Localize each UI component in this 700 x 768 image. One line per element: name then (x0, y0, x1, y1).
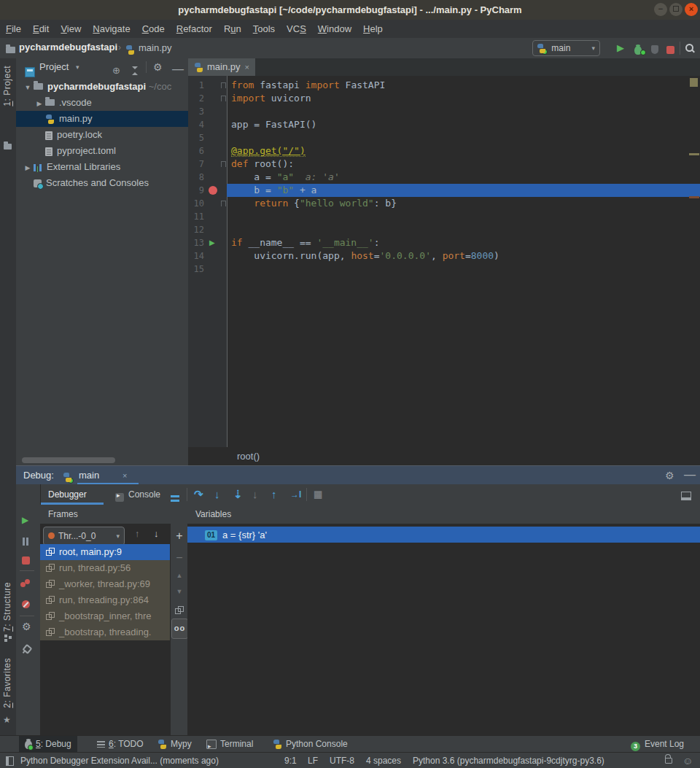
menu-code[interactable]: Code (136, 20, 171, 38)
menu-tools[interactable]: Tools (247, 20, 281, 38)
breakpoint-icon[interactable] (209, 186, 217, 195)
code-line-10[interactable]: 10 return {"hello world": b} (188, 197, 700, 210)
step-over-icon[interactable]: ↷ (194, 487, 203, 502)
code-line-14[interactable]: 14 uvicorn.run(app, host='0.0.0.0', port… (188, 249, 700, 263)
chevron-down-icon[interactable]: ▾ (76, 58, 79, 76)
tree-item-main-py[interactable]: main.py (16, 111, 188, 127)
code-line-7[interactable]: 7def root(): (188, 158, 700, 171)
tree-item-pyproject-toml[interactable]: pyproject.toml (16, 143, 188, 159)
menu-navigate[interactable]: Navigate (87, 20, 136, 38)
menu-refactor[interactable]: Refactor (171, 20, 218, 38)
fold-marker-icon[interactable] (221, 82, 226, 88)
gear-icon[interactable]: ⚙ (665, 470, 674, 481)
duplicate-watch-icon[interactable] (171, 604, 188, 617)
code-line-1[interactable]: 1from fastapi import FastAPI (188, 79, 700, 92)
collapse-all-icon[interactable] (131, 63, 139, 80)
tab-console[interactable]: Console (128, 484, 160, 505)
code-line-13[interactable]: 13▶if __name__ == '__main__': (188, 236, 700, 249)
code-line-4[interactable]: 4app = FastAPI() (188, 118, 700, 131)
stripe-favorites-button[interactable]: 2: Favorites (2, 658, 12, 708)
tree-item-scratches-and-consoles[interactable]: Scratches and Consoles (16, 175, 188, 191)
pause-icon[interactable] (22, 535, 29, 548)
code-area[interactable]: 1from fastapi import FastAPI2import uvic… (188, 76, 700, 448)
tab-debugger[interactable]: Debugger (48, 484, 87, 505)
warning-stripe-mark[interactable] (689, 153, 699, 155)
minimize-window-icon[interactable]: − (654, 3, 667, 16)
lock-icon[interactable] (665, 753, 672, 768)
evaluate-expression-icon[interactable]: ▦ (314, 487, 322, 502)
file-encoding[interactable]: UTF-8 (330, 753, 354, 768)
menu-help[interactable]: Help (357, 20, 389, 38)
coverage-button[interactable] (651, 44, 658, 57)
toolwindow-tab-python-console[interactable]: Python Console (267, 736, 354, 753)
tab-main-py[interactable]: main.py× (188, 58, 255, 76)
hide-panel-icon[interactable]: — (684, 468, 696, 481)
gear-icon[interactable]: ⚙ (153, 62, 163, 72)
stop-button[interactable] (666, 44, 674, 57)
code-line-15[interactable]: 15 (188, 263, 700, 276)
layout-settings-icon[interactable] (681, 490, 691, 503)
thread-select[interactable]: Thr...-0_0 ▾ (43, 527, 125, 546)
show-watches-button[interactable]: oo (171, 618, 188, 639)
toolwindow-tab-terminal[interactable]: Terminal (201, 736, 259, 753)
tree-expand-arrow[interactable]: ▶ (22, 160, 34, 175)
stripe-structure-button[interactable]: 7: Structure (2, 582, 12, 632)
toolwindow-tab-mypy[interactable]: Mypy (152, 736, 198, 753)
status-message[interactable]: Python Debugger Extension Avail... (mome… (20, 753, 219, 768)
debug-button[interactable] (634, 43, 642, 56)
run-arrow-icon[interactable]: ▶ (209, 236, 215, 249)
frame-row[interactable]: _bootstrap, threading. (40, 624, 170, 640)
debug-settings-gear-icon[interactable]: ⚙ (22, 621, 31, 632)
stop-icon[interactable] (22, 554, 30, 567)
variable-row[interactable]: 01a = {str} 'a' (187, 527, 700, 543)
breadcrumb-project[interactable]: pycharmdebugfastapi (19, 42, 117, 53)
code-line-12[interactable]: 12 (188, 223, 700, 236)
view-breakpoints-icon[interactable] (20, 578, 31, 591)
highlighting-level-icon[interactable]: ☺ (682, 753, 693, 768)
code-line-3[interactable]: 3 (188, 105, 700, 118)
breadcrumb-root[interactable]: root() (237, 451, 260, 462)
project-view-select[interactable]: Project (39, 58, 69, 76)
tree-item--vscode[interactable]: ▶.vscode (16, 95, 188, 111)
fold-marker-icon[interactable] (221, 161, 226, 167)
resume-icon[interactable]: ▶ (22, 515, 28, 525)
menu-view[interactable]: View (55, 20, 87, 38)
toolwindow-tab-5-debug[interactable]: 5: Debug (19, 736, 77, 753)
menu-file[interactable]: File (0, 20, 27, 38)
run-configuration-select[interactable]: main ▾ (532, 40, 600, 56)
caret-position[interactable]: 9:1 (284, 753, 297, 768)
code-line-9[interactable]: 9 b = "b" + a (188, 184, 700, 197)
code-line-5[interactable]: 5 (188, 131, 700, 144)
menu-window[interactable]: Window (312, 20, 357, 38)
code-line-2[interactable]: 2import uvicorn (188, 92, 700, 105)
tree-expand-arrow[interactable]: ▶ (34, 96, 45, 111)
close-window-icon[interactable]: × (685, 3, 698, 16)
maximize-window-icon[interactable] (669, 3, 682, 16)
mute-breakpoints-icon[interactable] (22, 598, 30, 611)
frame-row[interactable]: run, threading.py:864 (40, 592, 170, 608)
frame-row[interactable]: _worker, thread.py:69 (40, 576, 170, 592)
fold-marker-icon[interactable] (221, 201, 226, 206)
line-ending[interactable]: LF (308, 753, 318, 768)
toolwindow-tab-6-todo[interactable]: 6: TODO (91, 736, 149, 753)
tree-expand-arrow[interactable]: ▼ (22, 79, 34, 95)
frame-row[interactable]: _bootstrap_inner, thre (40, 608, 170, 624)
event-log-button[interactable]: 3Event Log (631, 736, 684, 753)
step-out-icon[interactable]: ↑ (271, 487, 277, 502)
remove-watch-icon[interactable]: − (171, 551, 188, 565)
move-down-icon[interactable]: ▼ (171, 588, 188, 595)
frame-row[interactable]: root, main.py:9 (40, 544, 170, 560)
menu-run[interactable]: Run (218, 20, 247, 38)
frame-row[interactable]: run, thread.py:56 (40, 560, 170, 576)
toggle-tool-windows-icon[interactable] (6, 756, 14, 768)
force-step-into-icon[interactable]: ↓ (252, 487, 258, 502)
menu-edit[interactable]: Edit (27, 20, 55, 38)
step-into-icon[interactable]: ↓ (214, 487, 220, 502)
python-interpreter[interactable]: Python 3.6 (pycharmdebugfastapi-9cdjtyrg… (413, 753, 604, 768)
code-line-11[interactable]: 11 (188, 210, 700, 223)
inspection-indicator[interactable] (690, 78, 698, 87)
stripe-project-button[interactable]: 1: Project (2, 66, 12, 106)
toolbar-menu-icon[interactable] (171, 492, 179, 505)
fold-marker-icon[interactable] (221, 96, 226, 101)
tree-item-pycharmdebugfastapi[interactable]: ▼pycharmdebugfastapi ~/coc (16, 79, 188, 95)
